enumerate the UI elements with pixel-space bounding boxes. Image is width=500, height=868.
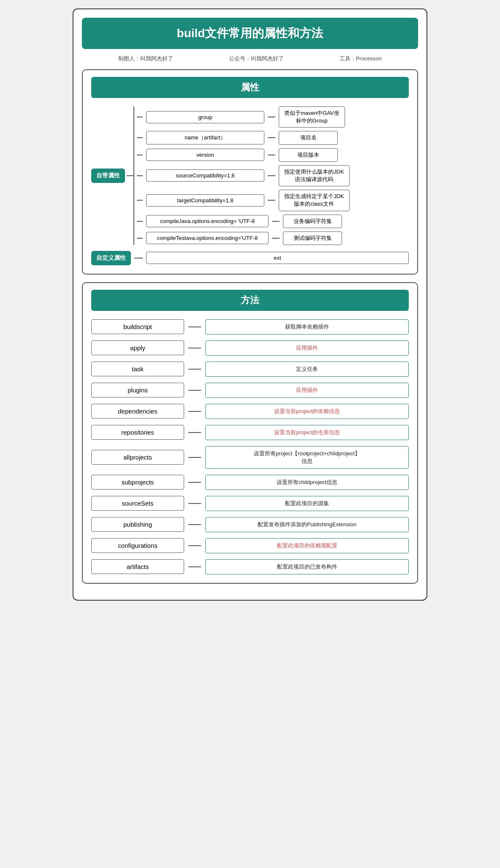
desc-name: 项目名 <box>279 131 338 144</box>
method-box-repositories: repositories <box>91 425 184 440</box>
method-row-repositories: repositories 设置当前project的仓库信息 <box>91 425 409 440</box>
author-label: 制图人：叫我阿杰好了 <box>118 55 173 63</box>
method-row-buildscript: buildscript 获取脚本依赖插件 <box>91 319 409 335</box>
method-line-4 <box>188 390 201 391</box>
prop-row-name: name（artifact） 项目名 <box>137 131 350 144</box>
method-line-3 <box>188 369 201 370</box>
method-box-configurations: configurations <box>91 538 184 553</box>
desc-test: 测试编码字符集 <box>283 231 342 245</box>
branch-rows: group 类似于maven中GAV坐标中的Group name（artifac… <box>133 106 350 245</box>
method-box-publishing: publishing <box>91 517 184 532</box>
desc-target: 指定生成特定于某个JDK版本的class文件 <box>279 190 350 211</box>
prop-box-version: version <box>146 149 264 161</box>
method-box-sourcesets: sourceSets <box>91 496 184 511</box>
main-container: build文件常用的属性和方法 制图人：叫我阿杰好了 公众号：叫我阿杰好了 工具… <box>73 8 427 601</box>
prop-row-target: targetCompatibility=1.8 指定生成特定于某个JDK版本的c… <box>137 190 350 211</box>
method-desc-apply: 应用插件 <box>205 340 409 356</box>
prop-box-group: group <box>146 111 264 123</box>
method-row-subprojects: subprojects 设置所有childproject信息 <box>91 475 409 490</box>
method-row-artifacts: artifacts 配置此项目的已发布构件 <box>91 559 409 574</box>
prop-row-group: group 类似于maven中GAV坐标中的Group <box>137 106 350 128</box>
desc-version: 项目版本 <box>279 148 338 162</box>
method-box-apply: apply <box>91 340 184 355</box>
methods-section: 方法 buildscript 获取脚本依赖插件 apply 应用插件 task … <box>82 282 418 584</box>
method-box-allprojects: allprojects <box>91 450 184 465</box>
method-desc-subprojects: 设置所有childproject信息 <box>205 475 409 490</box>
method-box-task: task <box>91 362 184 376</box>
properties-section: 属性 自带属性 group <box>82 69 418 275</box>
method-row-configurations: configurations 配置此项目的依赖项配置 <box>91 538 409 553</box>
method-rows: buildscript 获取脚本依赖插件 apply 应用插件 task 定义任… <box>91 319 409 574</box>
page-title: build文件常用的属性和方法 <box>82 18 418 49</box>
method-desc-artifacts: 配置此项目的已发布构件 <box>205 559 409 574</box>
tick-4 <box>137 175 143 176</box>
method-line-5 <box>188 411 201 412</box>
prop-box-target: targetCompatibility=1.8 <box>146 194 264 207</box>
tick-5 <box>137 200 143 201</box>
h-connector-1 <box>127 106 133 245</box>
method-row-sourcesets: sourceSets 配置此项目的源集 <box>91 496 409 511</box>
method-line-2 <box>188 348 201 348</box>
method-row-dependencies: dependencies 设置当前project的依赖信息 <box>91 404 409 419</box>
tick-3 <box>137 155 143 155</box>
tick-2 <box>137 137 143 138</box>
tick-1 <box>137 117 143 117</box>
method-desc-configurations: 配置此项目的依赖项配置 <box>205 538 409 553</box>
prop-box-source: sourceCompatibility=1.8 <box>146 169 264 182</box>
method-line-11 <box>188 545 201 546</box>
prop-box-compile: compileJava.options.encoding= 'UTF-8 <box>146 215 269 227</box>
method-box-subprojects: subprojects <box>91 475 184 490</box>
tick-7 <box>137 238 143 239</box>
method-row-plugins: plugins 应用插件 <box>91 383 409 398</box>
h-line-6 <box>272 221 280 222</box>
h-line-1 <box>268 117 275 117</box>
h-line-3 <box>268 155 275 155</box>
method-row-publishing: publishing 配置发布插件添加的PublishingExtension <box>91 517 409 532</box>
method-line-9 <box>188 503 201 504</box>
h-line-2 <box>268 137 275 138</box>
prop-box-name: name（artifact） <box>146 131 264 144</box>
h-line-7 <box>272 238 280 239</box>
method-line-12 <box>188 566 201 567</box>
desc-group: 类似于maven中GAV坐标中的Group <box>279 106 345 128</box>
desc-source: 指定使用什么版本的JDK语法编译源代码 <box>279 165 350 186</box>
method-box-artifacts: artifacts <box>91 559 184 574</box>
properties-header: 属性 <box>91 77 409 98</box>
meta-row: 制图人：叫我阿杰好了 公众号：叫我阿杰好了 工具：Processon <box>82 55 418 63</box>
method-box-plugins: plugins <box>91 383 184 397</box>
prop-row-version: version 项目版本 <box>137 148 350 162</box>
builtin-props-area: 自带属性 group 类似于maven中GAV坐标中的Group <box>91 106 409 245</box>
method-desc-dependencies: 设置当前project的依赖信息 <box>205 404 409 419</box>
method-line-1 <box>188 327 201 327</box>
method-desc-sourcesets: 配置此项目的源集 <box>205 496 409 511</box>
prop-row-test: compileTestava.options.encoding='UTF-8 测… <box>137 231 350 245</box>
method-desc-buildscript: 获取脚本依赖插件 <box>205 319 409 335</box>
methods-header: 方法 <box>91 290 409 311</box>
h-line-4 <box>268 175 275 176</box>
prop-row-compile: compileJava.options.encoding= 'UTF-8 业务编… <box>137 215 350 228</box>
prop-box-test: compileTestava.options.encoding='UTF-8 <box>146 232 269 244</box>
method-row-apply: apply 应用插件 <box>91 340 409 356</box>
props-rows: group 类似于maven中GAV坐标中的Group name（artifac… <box>137 106 350 245</box>
method-desc-plugins: 应用插件 <box>205 383 409 398</box>
method-line-8 <box>188 482 201 483</box>
builtin-label: 自带属性 <box>91 169 125 183</box>
method-box-dependencies: dependencies <box>91 404 184 419</box>
h-line-5 <box>268 200 275 201</box>
method-line-7 <box>188 457 201 458</box>
tick-6 <box>137 221 143 222</box>
method-row-task: task 定义任务 <box>91 362 409 377</box>
method-desc-repositories: 设置当前project的仓库信息 <box>205 425 409 440</box>
custom-h-line <box>134 258 143 258</box>
method-desc-allprojects: 设置所有project【rootproject+childproject】信息 <box>205 446 409 469</box>
builtin-label-col: 自带属性 <box>91 106 125 245</box>
prop-row-source: sourceCompatibility=1.8 指定使用什么版本的JDK语法编译… <box>137 165 350 186</box>
method-desc-task: 定义任务 <box>205 362 409 377</box>
custom-props-block: 自定义属性 ext <box>91 251 409 265</box>
method-box-buildscript: buildscript <box>91 319 184 334</box>
method-desc-publishing: 配置发布插件添加的PublishingExtension <box>205 517 409 532</box>
tool-label: 工具：Processon <box>340 55 382 63</box>
custom-label: 自定义属性 <box>91 251 131 265</box>
method-line-6 <box>188 432 201 433</box>
method-line-10 <box>188 524 201 525</box>
